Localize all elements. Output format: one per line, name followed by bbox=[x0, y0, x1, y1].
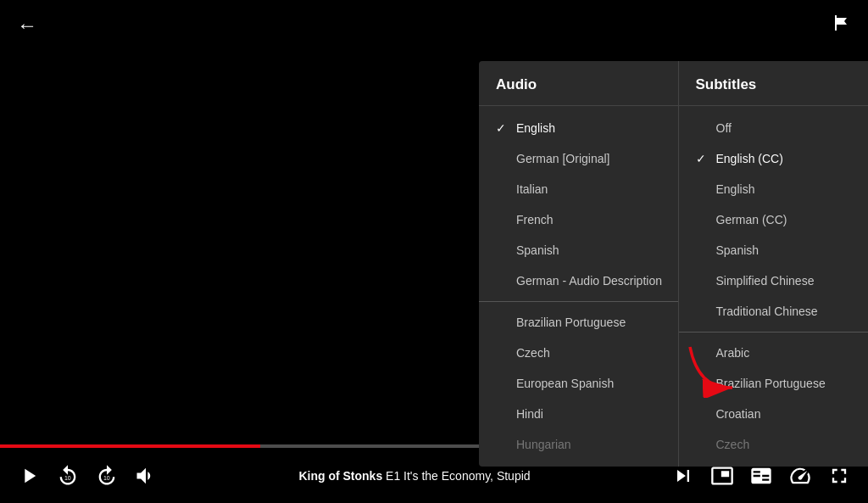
audio-brazilian-portuguese[interactable]: Brazilian Portuguese bbox=[479, 307, 678, 338]
audio-hindi[interactable]: Hindi bbox=[479, 399, 678, 429]
checkmark-icon: ✓ bbox=[496, 121, 509, 135]
audio-german-original[interactable]: German [Original] bbox=[479, 143, 678, 174]
panel-headers: Audio Subtitles bbox=[479, 61, 868, 106]
subtitle-czech[interactable]: Czech bbox=[679, 429, 869, 460]
svg-text:10: 10 bbox=[103, 474, 110, 480]
audio-czech[interactable]: Czech bbox=[479, 338, 678, 368]
episode-title: King of Stonks E1 It's the Economy, Stup… bbox=[173, 469, 656, 483]
audio-european-spanish[interactable]: European Spanish bbox=[479, 368, 678, 399]
rewind-10-button[interactable]: 10 bbox=[56, 464, 80, 488]
subtitle-spanish[interactable]: Spanish bbox=[679, 235, 869, 265]
subtitle-german-cc[interactable]: German (CC) bbox=[679, 204, 869, 235]
audio-column: ✓ English German [Original] Italian Fren… bbox=[479, 106, 679, 467]
next-episode-button[interactable] bbox=[671, 464, 695, 488]
subtitle-off[interactable]: Off bbox=[679, 113, 869, 143]
top-bar: ← bbox=[0, 0, 868, 51]
audio-header: Audio bbox=[479, 61, 679, 105]
subtitle-english[interactable]: English bbox=[679, 174, 869, 204]
svg-text:10: 10 bbox=[64, 474, 71, 480]
subtitles-header: Subtitles bbox=[679, 61, 869, 105]
subtitle-croatian[interactable]: Croatian bbox=[679, 399, 869, 429]
audio-hungarian[interactable]: Hungarian bbox=[479, 429, 678, 460]
subtitle-traditional-chinese[interactable]: Traditional Chinese bbox=[679, 296, 869, 327]
audio-english[interactable]: ✓ English bbox=[479, 113, 678, 143]
subtitle-simplified-chinese[interactable]: Simplified Chinese bbox=[679, 265, 869, 296]
forward-10-button[interactable]: 10 bbox=[95, 464, 119, 488]
panel-columns: ✓ English German [Original] Italian Fren… bbox=[479, 106, 868, 467]
subtitle-divider bbox=[679, 332, 869, 333]
audio-divider bbox=[479, 301, 678, 302]
checkmark-icon: ✓ bbox=[696, 152, 709, 165]
subtitles-column: Off ✓ English (CC) English German (CC) S… bbox=[679, 106, 869, 467]
audio-french[interactable]: French bbox=[479, 204, 678, 235]
play-button[interactable] bbox=[17, 464, 41, 488]
arrow-annotation bbox=[682, 338, 749, 401]
audio-subtitles-panel: Audio Subtitles ✓ English German [Origin… bbox=[479, 61, 868, 467]
audio-german-description[interactable]: German - Audio Description bbox=[479, 265, 678, 296]
volume-button[interactable] bbox=[134, 464, 158, 488]
pip-button[interactable] bbox=[710, 464, 734, 488]
back-button[interactable]: ← bbox=[17, 14, 37, 37]
speed-button[interactable] bbox=[788, 464, 812, 488]
flag-button[interactable] bbox=[831, 13, 851, 38]
audio-spanish[interactable]: Spanish bbox=[479, 235, 678, 265]
subtitles-button[interactable] bbox=[749, 464, 773, 488]
fullscreen-button[interactable] bbox=[827, 464, 851, 488]
audio-italian[interactable]: Italian bbox=[479, 174, 678, 204]
subtitle-english-cc[interactable]: ✓ English (CC) bbox=[679, 143, 869, 174]
